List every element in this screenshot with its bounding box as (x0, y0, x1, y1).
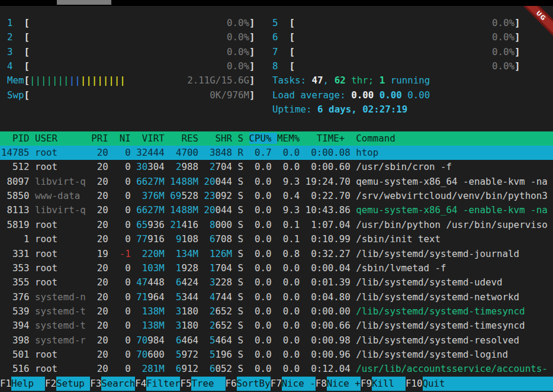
cell-pid: 14785 (1, 147, 35, 158)
cell-mem: 0.0 (277, 291, 306, 303)
cell-time: 0:32.27 (306, 248, 356, 259)
fnaction-nice-+[interactable]: Nice + (327, 377, 361, 391)
column-header-user[interactable]: USER (35, 133, 91, 144)
meters-left-column: 1[0.0%]2[0.0%]3[0.0%]4[0.0%]Mem[||||||||… (7, 16, 272, 117)
fnaction-tree[interactable]: Tree (191, 377, 225, 391)
fnkey-f6[interactable]: F6 (226, 377, 237, 391)
cell-pri: 19 (91, 248, 114, 259)
cell-state: S (238, 233, 249, 245)
fnkey-f10[interactable]: F10 (406, 377, 423, 391)
cell-command: /srv/webvirtcloud/venv/bin/python3 (356, 190, 547, 201)
fnaction-kill[interactable]: Kill (372, 377, 406, 391)
meter-value: 0.0% (492, 16, 515, 30)
cell-user: root (35, 363, 91, 374)
meter-label: 8 (272, 59, 290, 73)
process-row[interactable]: 512 root 20 0 30304 2988 2704 S 0.0 0.0 … (0, 160, 553, 174)
column-header-command[interactable]: Command (356, 133, 396, 144)
meter-value: 0.0% (492, 30, 515, 44)
cell-user: root (35, 248, 91, 259)
column-header-time[interactable]: TIME+ (306, 133, 356, 144)
cell-time: 19:24.70 (306, 176, 356, 187)
meter-label: 3 (7, 45, 24, 59)
process-row[interactable]: 5819 root 20 0 65936 21416 8000 S 0.0 0.… (0, 218, 553, 232)
cell-mem: 0.8 (277, 248, 306, 259)
meter-close-bracket: ] (249, 88, 255, 102)
fnaction-setup[interactable]: Setup (56, 377, 90, 391)
fnaction-sortby[interactable]: SortBy (237, 377, 271, 391)
cell-time: 0:00.00 (306, 306, 356, 317)
column-header-ni[interactable]: NI (114, 133, 136, 144)
process-row[interactable]: 8097 libvirt-q 20 0 6627M 1488M 20044 S … (0, 175, 553, 189)
fnaction-search[interactable]: Search (101, 377, 135, 391)
column-header-res[interactable]: RES (170, 133, 204, 144)
cell-time: 10:43.86 (306, 204, 356, 216)
process-row[interactable]: 355 root 20 0 47448 6424 3228 S 0.0 0.0 … (0, 275, 553, 290)
column-header-shr[interactable]: SHR (204, 133, 237, 144)
process-row[interactable]: 14785 root 20 0 32444 4700 3848 R 0.7 0.… (0, 146, 553, 160)
process-row[interactable]: 8113 libvirt-q 20 0 6627M 1488M 20044 S … (0, 203, 553, 217)
cell-user: systemd-r (35, 335, 91, 346)
column-header-s[interactable]: S (238, 133, 249, 144)
cell-command: /lib/systemd/systemd-logind (356, 349, 508, 360)
column-header-virt[interactable]: VIRT (136, 133, 170, 144)
cell-pri: 20 (91, 190, 114, 201)
cell-cpu: 0.0 (249, 320, 278, 331)
process-row[interactable]: 1 root 20 0 77916 9108 6708 S 0.0 0.1 0:… (0, 232, 553, 246)
process-row[interactable]: 501 root 20 0 70600 5972 5196 S 0.0 0.0 … (0, 348, 553, 362)
fnkey-f2[interactable]: F2 (45, 377, 56, 391)
cell-cpu: 0.0 (249, 306, 278, 317)
fnkey-f7[interactable]: F7 (271, 377, 282, 391)
column-header-pid[interactable]: PID (1, 133, 35, 144)
column-header-cpu[interactable]: CPU% (249, 133, 278, 144)
column-header-mem[interactable]: MEM% (277, 133, 306, 144)
process-row[interactable]: 5850 www-data 20 0 376M 69528 23092 S 0.… (0, 189, 553, 203)
cell-time: 1:07.04 (306, 219, 356, 230)
fnaction-help[interactable]: Help (11, 377, 45, 391)
cell-time: 0:00.96 (306, 349, 356, 360)
meter-close-bracket: ] (249, 73, 255, 88)
tasks-line: Tasks: 47, 62 thr; 1 running (272, 73, 553, 88)
meter-value: 0.0% (492, 59, 515, 73)
fnkey-f5[interactable]: F5 (180, 377, 191, 391)
fnaction-quit[interactable]: Quit (423, 377, 456, 391)
meter-open-bracket: [ (24, 73, 30, 88)
cell-state: S (238, 306, 249, 317)
cell-pri: 20 (91, 161, 114, 172)
fnkey-f4[interactable]: F4 (135, 377, 146, 391)
fnaction-filter[interactable]: Filter (146, 377, 180, 391)
meter-open-bracket: [ (24, 59, 30, 73)
cell-command: /lib/systemd/systemd-timesyncd (356, 306, 525, 317)
process-row[interactable]: 376 systemd-n 20 0 71964 5344 4744 S 0.0… (0, 290, 553, 304)
fnaction-nice--[interactable]: Nice - (282, 377, 316, 391)
process-row[interactable]: 516 root 20 0 281M 6912 6052 S 0.0 0.0 0… (0, 362, 553, 376)
fnkey-f1[interactable]: F1 (0, 377, 11, 391)
process-row[interactable]: 353 root 20 0 103M 1928 1704 S 0.0 0.0 0… (0, 261, 553, 275)
cell-state: S (238, 262, 249, 274)
cpu-meter-6: 6[0.0%] (272, 30, 520, 44)
meter-label: Swp (7, 88, 24, 102)
meter-value: 0.0% (492, 45, 515, 59)
cell-pri: 20 (91, 363, 114, 374)
process-table: PID USER PRI NI VIRT RES SHR S CPU% MEM%… (0, 131, 553, 377)
tasks-thr-label: thr; (346, 75, 380, 86)
process-row[interactable]: 398 systemd-r 20 0 70984 6464 5464 S 0.0… (0, 333, 553, 348)
cell-time: 0:00.60 (306, 161, 356, 172)
function-bar-fill (456, 377, 553, 391)
fnkey-f8[interactable]: F8 (316, 377, 327, 391)
cell-pri: 20 (91, 320, 114, 331)
cpu-meter-7: 7[0.0%] (272, 45, 520, 59)
fnkey-f3[interactable]: F3 (90, 377, 101, 391)
htop-screen: { "window": { "top_tab_color": "#7d7d7d"… (0, 0, 553, 392)
meter-value: 2.11G/15.6G (187, 73, 249, 88)
process-row[interactable]: 539 systemd-t 20 0 138M 3180 2652 S 0.0 … (0, 304, 553, 319)
cell-pid: 355 (1, 277, 35, 288)
meter-close-bracket: ] (249, 59, 255, 73)
column-header-pri[interactable]: PRI (91, 133, 114, 144)
cell-pid: 353 (1, 262, 35, 274)
process-row[interactable]: 394 systemd-t 20 0 138M 3180 2652 S 0.0 … (0, 319, 553, 333)
cell-ni: 0 (114, 233, 136, 245)
meter-close-bracket: ] (515, 59, 520, 73)
cell-pri: 20 (91, 204, 114, 216)
fnkey-f9[interactable]: F9 (361, 377, 372, 391)
process-row[interactable]: 331 root 19 -1 220M 134M 126M S 0.0 0.8 … (0, 247, 553, 261)
